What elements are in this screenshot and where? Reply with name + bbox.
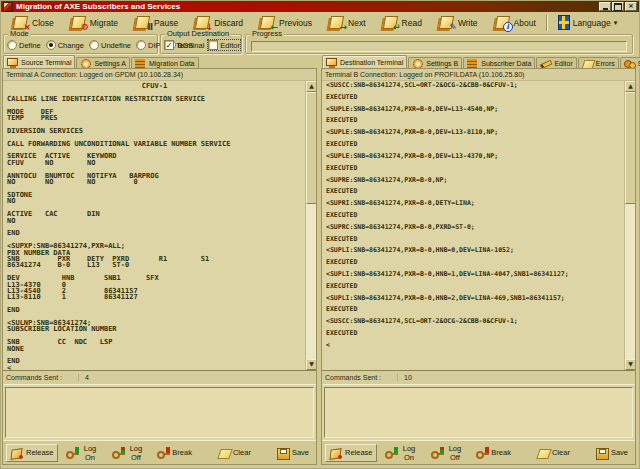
log-off-button[interactable]: Log Off [426,441,469,465]
commands-sent-label: Commands Sent : [3,374,62,381]
release-icon [10,447,24,459]
terminal-b-output-text: <SUSCC:SNB=86341274,SCL=ORT-2&OCG-2&CBB-… [322,81,635,349]
maximize-button[interactable] [612,2,624,11]
scroll-up-icon[interactable]: ▲ [306,81,316,92]
write-icon: ✎ [436,15,455,30]
terminal-a-output-text: CFUV-1 CALLING LINE IDENTIFICATION RESTR… [3,81,316,370]
clear-button-label: Clear [233,448,251,457]
mode-radio-define[interactable]: Define [7,40,41,50]
terminal-icon [326,57,338,68]
break-button-label: Break [491,448,511,457]
clear-button[interactable]: Clear [532,444,574,462]
log-on-button-label: Log On [81,444,100,462]
language-button-label: Language [573,18,611,28]
window-title: Migration of AXE Subscribers and Service… [16,2,180,11]
log-off-button-label: Log Off [127,444,146,462]
command-input-area[interactable] [324,387,633,438]
next-button[interactable]: → Next [322,13,369,32]
clear-button[interactable]: Clear [213,444,255,462]
tab-settings-b-label: Settings B [426,60,458,67]
tab-settings-a-label: Settings A [94,60,126,67]
terminal-a-button-row: Release Log On Log Off Break Clear Save [3,440,316,464]
discard-icon: ↓ [192,15,211,30]
read-button[interactable]: ↵ Read [376,13,426,32]
key-status-dot [121,447,125,453]
mode-radio-undefine[interactable]: Undefine [89,40,131,50]
tab-destination-terminal-label: Destination Terminal [340,59,403,66]
right-tab-bar: Destination Terminal Settings B Subscrib… [322,55,640,69]
chevron-down-icon: ▾ [614,19,618,27]
language-button[interactable]: Language ▾ [554,13,621,32]
log-on-icon [384,447,398,459]
save-button[interactable]: Save [272,444,313,462]
scroll-up-icon[interactable]: ▲ [625,81,635,92]
editor-checkbox[interactable]: Editor [208,40,240,50]
terminal-a-connection-status: Terminal A Connection: Logged on GPDM (1… [3,69,316,81]
key-status-dot [440,447,444,453]
write-button[interactable]: ✎ Write [432,13,482,32]
clear-button-label: Clear [552,448,570,457]
log-off-icon [111,447,125,459]
mode-radio-change-label: Change [58,41,84,50]
read-button-label: Read [402,18,422,28]
scroll-down-icon[interactable]: ▼ [625,359,635,370]
next-icon: → [326,15,345,30]
terminal-a-scrollbar[interactable]: ▲ ▼ [305,81,316,370]
break-button[interactable]: Break [152,444,196,462]
commands-sent-label: Commands Sent : [322,374,381,381]
clear-icon [536,447,550,459]
log-on-button[interactable]: Log On [61,441,104,465]
close-window-button[interactable]: × [625,2,637,11]
source-terminal-panel: Terminal A Connection: Logged on GPDM (1… [2,68,317,465]
about-button[interactable]: i About [488,13,540,32]
break-button-label: Break [172,448,192,457]
scrollbar-thumb[interactable] [625,92,635,204]
key-status-dot [166,447,170,453]
key-status-dot [394,447,398,453]
break-icon [156,447,170,459]
break-icon [475,447,489,459]
release-button-label: Release [26,448,54,457]
output-destination-group: Output Destination ✓ Terminal Editor [160,34,242,54]
log-on-button[interactable]: Log On [380,441,423,465]
main-toolbar: × Close ⚙ Migrate Ⅱ Pause ↓ Discard ← Pr… [1,12,639,33]
title-bar: Migration of AXE Subscribers and Service… [1,1,639,12]
release-button[interactable]: Release [325,444,377,462]
destination-terminal-panel: Terminal B Connection: Logged on PROFILD… [321,68,636,465]
release-icon [329,447,343,459]
tab-errors-label: Errors [596,60,615,67]
log-on-icon [65,447,79,459]
save-button[interactable]: Save [591,444,632,462]
terminal-a-output-area[interactable]: CFUV-1 CALLING LINE IDENTIFICATION RESTR… [3,81,316,370]
terminal-b-output-area[interactable]: <SUSCC:SNB=86341274,SCL=ORT-2&OCG-2&CBB-… [322,81,635,370]
migrate-icon: ⚙ [68,15,87,30]
terminal-checkbox-label: Terminal [176,41,204,50]
migrate-button[interactable]: ⚙ Migrate [64,13,122,32]
about-button-label: About [514,18,536,28]
tab-migration-data-label: Migration Data [149,60,195,67]
progress-group: Progress [245,34,633,54]
terminal-checkbox[interactable]: ✓ Terminal [164,40,204,50]
window-controls: × [599,2,637,11]
scrollbar-thumb[interactable] [306,92,316,204]
save-icon [595,447,609,459]
release-button[interactable]: Release [6,444,58,462]
progress-bar [251,41,627,52]
tab-source-terminal[interactable]: Source Terminal [3,55,75,69]
radio-icon [7,40,17,50]
mode-group: Mode Define Change Undefine DIP BGS [3,34,158,54]
mode-radio-change[interactable]: Change [46,40,84,50]
log-on-button-label: Log On [400,444,419,462]
pause-button-label: Pause [154,18,178,28]
tab-subscriber-data-label: Subscriber Data [481,60,531,67]
minimize-button[interactable] [599,2,611,11]
discard-button-label: Discard [214,18,243,28]
save-button-label: Save [292,448,309,457]
scroll-down-icon[interactable]: ▼ [306,359,316,370]
tab-destination-terminal[interactable]: Destination Terminal [322,55,407,69]
command-input-area[interactable] [5,387,314,438]
terminal-b-scrollbar[interactable]: ▲ ▼ [624,81,635,370]
log-off-button[interactable]: Log Off [107,441,150,465]
break-button[interactable]: Break [471,444,515,462]
mode-radio-dip[interactable]: DIP [136,40,161,50]
